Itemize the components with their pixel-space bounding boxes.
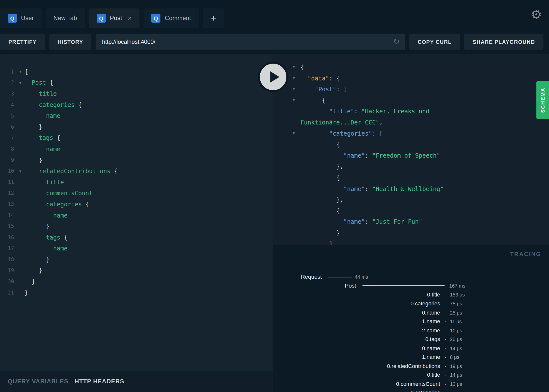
response-line-15: "name": "Just For Fun" bbox=[293, 217, 549, 228]
code-text: } bbox=[25, 157, 42, 164]
tracing-dash: - bbox=[445, 363, 446, 369]
line-number: 9 bbox=[0, 157, 16, 163]
query-variables-tab[interactable]: QUERY VARIABLES bbox=[8, 378, 68, 385]
punctuation: ] bbox=[301, 241, 333, 245]
editor-line-13: 13 categories { bbox=[0, 199, 273, 210]
code-text: name bbox=[25, 112, 60, 119]
response-lines: ▾{▾ "data": {▾ "Post": [▾ { "title": "Ha… bbox=[273, 54, 549, 245]
tracing-field-label: 0.name bbox=[273, 345, 440, 351]
fold-spacer bbox=[293, 106, 300, 109]
punctuation: : bbox=[365, 185, 372, 192]
tracing-dash: - bbox=[445, 381, 446, 387]
fold-arrow-icon[interactable]: ▾ bbox=[16, 80, 25, 85]
punctuation: : [ bbox=[372, 130, 383, 137]
editor-line-6: 6 } bbox=[0, 121, 273, 132]
tab-user[interactable]: Q User bbox=[0, 8, 42, 28]
code-text: "categories": [ bbox=[301, 128, 383, 139]
tracing-field-label: 0.categories bbox=[273, 300, 440, 307]
response-line-3: ▾ "Post": [ bbox=[293, 84, 549, 95]
response-line-2: ▾ "data": { bbox=[293, 73, 549, 84]
json-key: "title" bbox=[329, 108, 354, 115]
tracing-field-time: 11 μs bbox=[450, 319, 462, 324]
line-number: 21 bbox=[0, 290, 16, 295]
punctuation: , bbox=[379, 119, 383, 126]
line-number: 8 bbox=[0, 146, 16, 152]
response-line-14: { bbox=[293, 206, 549, 217]
tracing-field-row: 0.title-14 μs bbox=[273, 370, 549, 379]
fold-spacer bbox=[293, 228, 300, 230]
line-number: 14 bbox=[0, 213, 16, 218]
new-tab-button[interactable]: + bbox=[203, 8, 224, 28]
tracing-field-label: 1.name bbox=[273, 354, 440, 360]
field-name: name bbox=[25, 212, 68, 219]
fold-arrow-icon[interactable]: ▾ bbox=[293, 95, 300, 102]
prettify-button[interactable]: PRETTIFY bbox=[0, 34, 45, 50]
punctuation: } bbox=[25, 157, 42, 164]
tab-comment[interactable]: Q Comment bbox=[144, 8, 199, 28]
editor-line-5: 5 name bbox=[0, 110, 273, 122]
fold-arrow-icon[interactable]: ▾ bbox=[293, 73, 300, 80]
string-value: "Health & Wellbeing" bbox=[372, 185, 444, 192]
punctuation: { bbox=[301, 141, 340, 148]
line-number: 4 bbox=[0, 102, 16, 108]
line-number: 10 bbox=[0, 168, 16, 174]
editor-line-11: 11 title bbox=[0, 177, 273, 188]
punctuation: : { bbox=[329, 75, 340, 82]
field-name: title bbox=[25, 90, 57, 97]
tracing-operation-row: Post 167 ms bbox=[273, 281, 549, 290]
code-text: { bbox=[25, 68, 28, 75]
editor-line-7: 7 tags { bbox=[0, 132, 273, 144]
tracing-title: TRACING bbox=[510, 251, 541, 257]
line-number: 13 bbox=[0, 201, 16, 207]
fold-arrow-icon[interactable]: ▾ bbox=[293, 62, 300, 69]
editor-line-9: 9 } bbox=[0, 154, 273, 166]
code-text: } bbox=[25, 223, 50, 230]
fold-arrow-icon[interactable]: ▾ bbox=[16, 69, 25, 74]
history-button[interactable]: HISTORY bbox=[49, 34, 92, 50]
execute-button[interactable] bbox=[258, 62, 288, 92]
share-playground-button[interactable]: SHARE PLAYGROUND bbox=[464, 34, 543, 50]
editor-line-12: 12 commentsCount bbox=[0, 188, 273, 199]
tracing-dash: - bbox=[445, 372, 446, 378]
code-text: name bbox=[25, 245, 68, 252]
reload-icon[interactable]: ↺ bbox=[393, 38, 399, 46]
code-text: "title": "Hacker, Freaks und bbox=[301, 106, 430, 117]
editor-line-20: 20 } bbox=[0, 276, 273, 287]
response-line-17: ] bbox=[293, 239, 549, 245]
field-name: title bbox=[25, 179, 64, 186]
fold-arrow-icon[interactable]: ▾ bbox=[16, 169, 25, 174]
tab-close-icon[interactable]: × bbox=[128, 15, 132, 22]
copy-curl-button[interactable]: COPY CURL bbox=[409, 34, 460, 50]
code-text: } bbox=[25, 267, 42, 274]
settings-gear-icon[interactable]: ⚙ bbox=[531, 8, 542, 21]
tab-bar: Q User New Tab Q Post × Q Comment + bbox=[0, 8, 224, 28]
tracing-request-time: 44 ms bbox=[355, 274, 368, 280]
schema-tab-label: SCHEMA bbox=[540, 88, 546, 113]
http-headers-tab[interactable]: HTTP HEADERS bbox=[75, 378, 124, 385]
tracing-field-time: 25 μs bbox=[450, 310, 462, 316]
code-text: Funktionäre...Der CCC", bbox=[301, 117, 383, 128]
fold-arrow-icon[interactable]: ▾ bbox=[293, 128, 300, 135]
query-badge: Q bbox=[97, 14, 106, 23]
fold-spacer bbox=[293, 150, 300, 153]
code-text: } bbox=[25, 289, 28, 296]
tracing-dash: - bbox=[445, 309, 446, 316]
code-text: { bbox=[301, 172, 340, 184]
line-number: 11 bbox=[0, 179, 16, 185]
tracing-panel: TRACING Request 44 ms Post 167 ms 0.titl… bbox=[273, 245, 549, 392]
tracing-operation-label: Post bbox=[273, 283, 356, 289]
code-text: } bbox=[25, 278, 35, 285]
query-editor[interactable]: 1▾{2▾ Post {3 title4 categories {5 name6… bbox=[0, 54, 273, 392]
tab-post[interactable]: Q Post × bbox=[89, 8, 139, 28]
tracing-field-time: 75 μs bbox=[450, 301, 462, 307]
editor-line-15: 15 } bbox=[0, 221, 273, 232]
fold-arrow-icon[interactable]: ▾ bbox=[293, 84, 300, 91]
tab-new-tab[interactable]: New Tab bbox=[46, 8, 85, 28]
url-input[interactable] bbox=[96, 34, 405, 50]
tracing-field-row: 1.name-11 μs bbox=[273, 317, 549, 326]
code-text: } bbox=[25, 123, 42, 130]
fold-spacer bbox=[293, 183, 300, 186]
code-text: { bbox=[301, 206, 340, 217]
response-line-13: }, bbox=[293, 195, 549, 206]
schema-side-tab[interactable]: SCHEMA bbox=[536, 81, 549, 119]
